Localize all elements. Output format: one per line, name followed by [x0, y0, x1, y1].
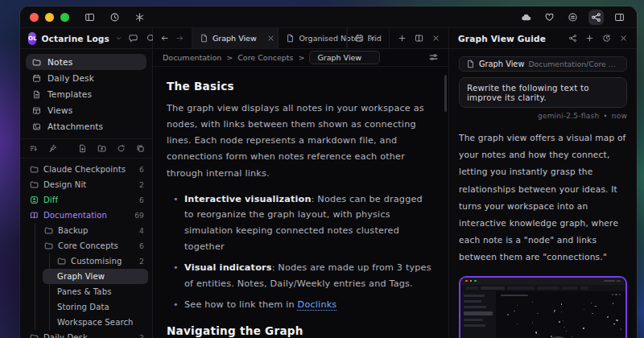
new-chat-icon[interactable]: [585, 34, 594, 43]
graph-node-dot: [559, 321, 560, 323]
nav-label: Templates: [47, 89, 92, 99]
tree-item-documentation[interactable]: Documentation 69: [20, 208, 152, 223]
graph-node-dot: [583, 328, 584, 329]
chevron-down-icon[interactable]: [114, 34, 123, 43]
graph-node-dot: [591, 303, 592, 303]
file-icon: [200, 34, 208, 43]
panel-right-toggle-icon[interactable]: [612, 10, 627, 25]
graph-node-dot: [613, 324, 614, 324]
forward-icon[interactable]: [175, 34, 184, 43]
tree-item-workspace-search[interactable]: Workspace Search: [20, 315, 152, 330]
graph-icon[interactable]: [568, 34, 577, 43]
split-pane-icon[interactable]: [415, 34, 423, 43]
folder-icon: [30, 333, 39, 338]
tree-item-daily-desk[interactable]: Daily Desk 3: [20, 330, 152, 338]
heart-icon[interactable]: [542, 10, 557, 25]
note-count-badge: 6: [139, 166, 144, 174]
video-mini-tabbar: [460, 285, 625, 291]
graph-node-dot: [563, 320, 564, 321]
note-count-badge: 2: [139, 181, 144, 189]
tree-item-customising[interactable]: Customising 2: [20, 254, 152, 269]
graph-node-dot: [561, 311, 562, 312]
breadcrumb-item[interactable]: Documentation: [163, 53, 221, 62]
note-count-badge: 69: [134, 212, 144, 220]
sidebar-item-notes[interactable]: Notes: [26, 54, 147, 70]
note-count-badge: 2: [139, 258, 144, 266]
diff-icon: [30, 196, 39, 204]
collapse-all-icon[interactable]: [136, 144, 145, 153]
tree-item-claude-checkpoints[interactable]: Claude Checkpoints 6: [20, 162, 152, 177]
tree-item-design-nit[interactable]: Design Nit 2: [20, 177, 152, 192]
sidebar-item-views[interactable]: Views: [26, 102, 147, 118]
cloud-sync-icon[interactable]: [518, 10, 534, 25]
video-mini-graph: [496, 291, 625, 338]
folder-icon: [44, 226, 53, 235]
context-chip[interactable]: Graph View Documentation/Core Concepts: [459, 56, 627, 72]
calendar-icon: [355, 34, 364, 43]
graph-node-dot: [621, 328, 621, 329]
note-count-badge: 3: [139, 334, 144, 338]
video-mini-sidebar: [460, 291, 496, 338]
book-icon: [30, 211, 39, 220]
model-name: gemini-2.5-flash: [538, 112, 599, 120]
close-icon[interactable]: [619, 34, 628, 43]
folder-icon: [57, 257, 66, 266]
graph-node-dot: [561, 303, 563, 305]
new-tab-icon[interactable]: [398, 34, 407, 43]
circle-menu-icon[interactable]: [565, 10, 580, 25]
note-content[interactable]: The Basics The graph view displays all n…: [153, 67, 448, 338]
breadcrumb: Documentation > Core Concepts > Graph Vi…: [153, 49, 448, 67]
close-window-button[interactable]: [30, 13, 39, 22]
tree-item-panes-tabs[interactable]: Panes & Tabs: [20, 284, 152, 299]
graph-node-dot: [517, 305, 518, 306]
tree-item-graph-view[interactable]: Graph View: [20, 269, 152, 284]
workspace-avatar[interactable]: OL: [28, 32, 36, 45]
sparkle-icon[interactable]: [132, 10, 147, 25]
bullet-item: Interactive visualization: Nodes can be …: [171, 192, 434, 254]
chat-icon[interactable]: [128, 33, 138, 43]
clock-icon[interactable]: [107, 10, 122, 25]
scrollbar-thumb[interactable]: [444, 75, 447, 112]
tree-item-storing-data[interactable]: Storing Data: [20, 299, 152, 315]
breadcrumb-item[interactable]: Core Concepts: [237, 53, 293, 62]
graph-node-dot: [551, 336, 552, 337]
workspace-name[interactable]: Octarine Logs: [41, 34, 109, 43]
titlebar: [20, 6, 637, 28]
nav-label: Daily Desk: [47, 73, 94, 83]
graph-node-dot: [595, 306, 597, 307]
sort-icon[interactable]: [29, 144, 38, 153]
nav-label: Notes: [47, 57, 72, 67]
sidebar-item-attachments[interactable]: Attachments: [26, 118, 147, 134]
graph-panel-toggle-icon[interactable]: [588, 10, 604, 25]
nav-label: Views: [47, 105, 72, 115]
minimize-window-button[interactable]: [45, 13, 54, 22]
file-icon: [286, 34, 295, 43]
note-title-input[interactable]: Graph View: [309, 51, 380, 64]
tab-graph-view[interactable]: Graph View Documentation: [192, 28, 278, 48]
sidebar-item-daily-desk[interactable]: Daily Desk: [26, 70, 147, 86]
tab-organised-notes[interactable]: Organised Notes: [278, 28, 346, 48]
assistant-title: Graph View Guide: [458, 34, 546, 43]
new-file-icon[interactable]: [78, 144, 87, 153]
note-count-badge: 4: [139, 227, 144, 235]
back-icon[interactable]: [160, 34, 169, 43]
maximize-window-button[interactable]: [60, 13, 69, 22]
timestamp: now: [612, 112, 627, 120]
sidebar-item-templates[interactable]: Templates: [26, 86, 147, 102]
folder-icon: [30, 180, 39, 189]
tab-friday-daily[interactable]: Friday, D: [347, 28, 390, 48]
tree-item-diff[interactable]: Diff 6: [20, 192, 152, 208]
new-folder-icon[interactable]: [97, 144, 106, 153]
close-icon[interactable]: [431, 34, 440, 43]
close-icon[interactable]: [266, 34, 275, 43]
tree-item-backup[interactable]: Backup 4: [20, 223, 152, 238]
doclinks-link[interactable]: Doclinks: [298, 299, 337, 310]
refresh-icon[interactable]: [117, 144, 126, 153]
panel-left-toggle-icon[interactable]: [82, 10, 97, 25]
history-icon[interactable]: [602, 34, 611, 43]
pin-icon[interactable]: [48, 144, 57, 153]
note-options-icon[interactable]: [428, 52, 439, 63]
section-heading: The Basics: [167, 80, 434, 93]
tree-item-core-concepts[interactable]: Core Concepts 6: [20, 238, 152, 254]
video-thumbnail[interactable]: [459, 276, 627, 338]
